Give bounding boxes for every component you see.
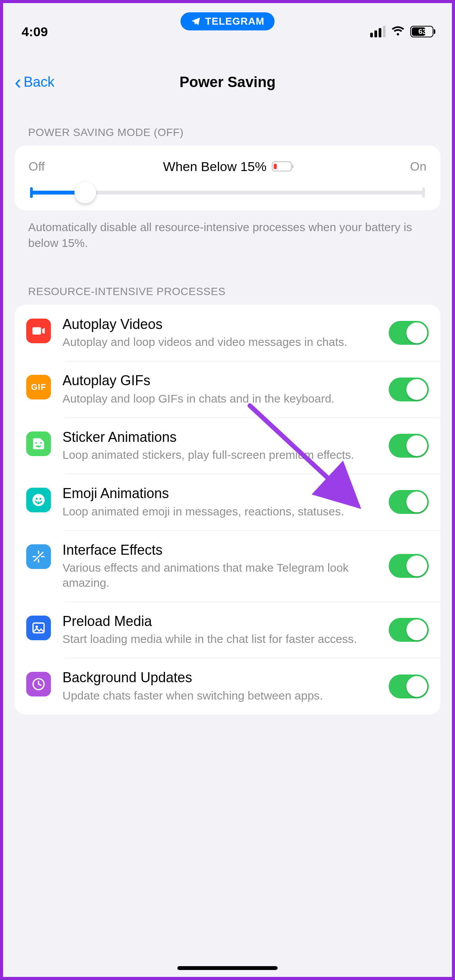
processes-header: RESOURCE-INTENSIVE PROCESSES — [28, 285, 440, 298]
svg-point-0 — [32, 494, 45, 506]
power-saving-footer: Automatically disable all resource-inten… — [28, 220, 427, 251]
chevron-left-icon: ‹ — [15, 72, 21, 92]
back-label: Back — [24, 74, 54, 90]
emoji-animations-icon — [26, 488, 51, 512]
slider-center-label: When Below 15% — [163, 159, 292, 174]
processes-list: Autoplay VideosAutoplay and loop videos … — [15, 305, 440, 715]
power-saving-header: POWER SAVING MODE (OFF) — [28, 126, 440, 139]
process-text: Emoji AnimationsLoop animated emoji in m… — [62, 485, 389, 519]
sticker-animations-toggle[interactable] — [389, 434, 429, 458]
svg-point-1 — [36, 498, 38, 500]
low-battery-icon — [272, 161, 292, 171]
sticker-animations-icon — [26, 431, 51, 456]
process-text: Background UpdatesUpdate chats faster wh… — [62, 670, 389, 703]
autoplay-gifs-toggle[interactable] — [389, 378, 429, 401]
autoplay-gifs-icon: GIF — [26, 375, 51, 399]
process-text: Sticker AnimationsLoop animated stickers… — [62, 429, 389, 462]
process-title: Interface Effects — [62, 542, 381, 558]
background-updates-icon — [26, 672, 51, 696]
status-time: 4:09 — [22, 24, 99, 39]
navigation-bar: ‹ Back Power Saving — [3, 65, 452, 99]
dynamic-island-telegram[interactable]: TELEGRAM — [180, 12, 275, 30]
process-row-preload-media: Preload MediaStart loading media while i… — [15, 602, 440, 658]
preload-media-toggle[interactable] — [389, 618, 429, 642]
process-row-sticker-animations: Sticker AnimationsLoop animated stickers… — [15, 418, 440, 474]
slider-on-label: On — [410, 159, 426, 174]
battery-status-icon: 63 — [410, 26, 433, 37]
wifi-icon — [391, 24, 405, 39]
autoplay-videos-icon — [26, 319, 51, 343]
process-row-background-updates: Background UpdatesUpdate chats faster wh… — [15, 658, 440, 714]
home-indicator[interactable] — [177, 966, 278, 970]
process-subtitle: Update chats faster when switching betwe… — [62, 688, 381, 703]
process-text: Interface EffectsVarious effects and ani… — [62, 542, 389, 590]
svg-point-9 — [35, 626, 38, 628]
process-row-autoplay-gifs: GIFAutoplay GIFsAutoplay and loop GIFs i… — [15, 361, 440, 417]
process-title: Autoplay Videos — [62, 316, 381, 332]
process-subtitle: Loop animated stickers, play full-screen… — [62, 447, 381, 462]
cellular-signal-icon — [370, 26, 386, 37]
slider-thumb[interactable] — [74, 182, 96, 203]
interface-effects-toggle[interactable] — [389, 554, 429, 578]
back-button[interactable]: ‹ Back — [15, 72, 54, 92]
process-subtitle: Autoplay and loop GIFs in chats and in t… — [62, 391, 381, 406]
autoplay-videos-toggle[interactable] — [389, 321, 429, 345]
power-saving-slider-card: Off When Below 15% On — [15, 146, 440, 210]
process-subtitle: Autoplay and loop videos and video messa… — [62, 334, 381, 349]
pill-label: TELEGRAM — [205, 15, 265, 27]
processes-section: RESOURCE-INTENSIVE PROCESSES Autoplay Vi… — [15, 285, 440, 715]
process-row-autoplay-videos: Autoplay VideosAutoplay and loop videos … — [15, 305, 440, 361]
process-text: Autoplay VideosAutoplay and loop videos … — [62, 316, 389, 349]
process-subtitle: Loop animated emoji in messages, reactio… — [62, 504, 381, 519]
process-title: Sticker Animations — [62, 429, 381, 445]
process-title: Preload Media — [62, 613, 381, 629]
process-title: Background Updates — [62, 670, 381, 685]
page-title: Power Saving — [179, 74, 275, 91]
process-subtitle: Start loading media while in the chat li… — [62, 631, 381, 646]
slider-off-label: Off — [29, 159, 45, 174]
interface-effects-icon — [26, 544, 51, 569]
process-text: Preload MediaStart loading media while i… — [62, 613, 389, 646]
process-title: Emoji Animations — [62, 485, 381, 501]
emoji-animations-toggle[interactable] — [389, 490, 429, 514]
status-bar: 4:09 TELEGRAM 63 — [3, 3, 452, 49]
process-title: Autoplay GIFs — [62, 373, 381, 388]
preload-media-icon — [26, 616, 51, 640]
power-saving-slider[interactable] — [30, 190, 425, 195]
power-saving-section: POWER SAVING MODE (OFF) Off When Below 1… — [15, 126, 440, 251]
process-row-emoji-animations: Emoji AnimationsLoop animated emoji in m… — [15, 474, 440, 530]
process-text: Autoplay GIFsAutoplay and loop GIFs in c… — [62, 373, 389, 406]
process-row-interface-effects: Interface EffectsVarious effects and ani… — [15, 530, 440, 602]
svg-point-2 — [39, 498, 41, 500]
telegram-plane-icon — [190, 16, 201, 27]
battery-percentage: 63 — [418, 27, 426, 36]
process-subtitle: Various effects and animations that make… — [62, 560, 381, 590]
background-updates-toggle[interactable] — [389, 675, 429, 698]
